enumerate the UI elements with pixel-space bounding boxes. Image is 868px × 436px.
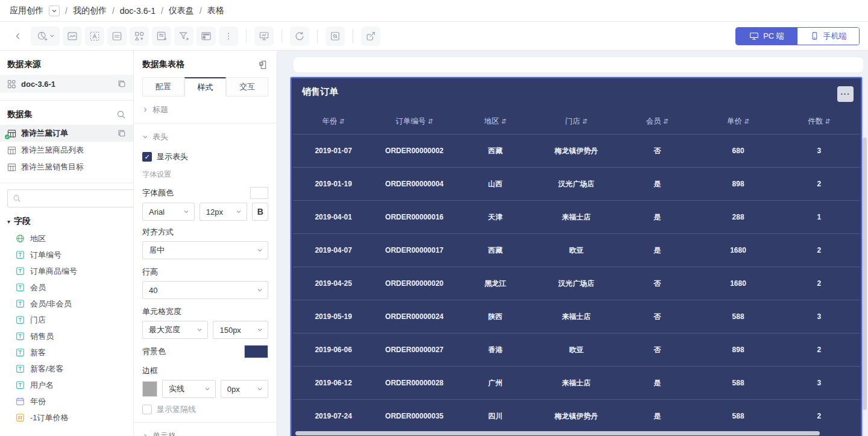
column-header-件数[interactable]: 件数⇵ — [779, 116, 860, 127]
field-item[interactable]: 地区 — [0, 230, 133, 247]
breadcrumb-item[interactable]: 表格 — [207, 5, 224, 16]
sort-icon[interactable]: ⇵ — [501, 118, 506, 125]
dataset-item[interactable]: 雅诗兰黛销售目标 — [0, 159, 133, 175]
field-item[interactable]: 新客 — [0, 344, 133, 361]
add-text-button[interactable] — [85, 27, 104, 46]
cell-width-mode-select[interactable]: 最大宽度 — [142, 321, 208, 339]
sort-icon[interactable]: ⇵ — [339, 118, 345, 125]
show-header-label: 显示表头 — [157, 151, 188, 162]
table-widget[interactable]: 销售订单 ··· 年份⇵订单编号⇵地区⇵门店⇵会员⇵单价⇵件数⇵ 2019-01… — [291, 77, 862, 436]
field-item[interactable]: 用户名 — [0, 377, 133, 393]
column-header-年份[interactable]: 年份⇵ — [293, 116, 374, 127]
column-header-地区[interactable]: 地区⇵ — [455, 116, 536, 127]
sort-icon[interactable]: ⇵ — [582, 118, 587, 125]
search-icon[interactable] — [116, 110, 126, 119]
share-button[interactable] — [361, 27, 380, 46]
table-row[interactable]: 2019-07-24ORDER00000035四川梅龙镇伊势丹是5882 — [293, 399, 860, 432]
vertical-scrollbar[interactable] — [863, 137, 867, 410]
field-item[interactable]: -1订单价格 — [0, 409, 133, 426]
row-height-select[interactable]: 40 — [142, 281, 268, 299]
mobile-view-button[interactable]: 手机端 — [797, 28, 859, 45]
add-web-component-button[interactable] — [197, 27, 216, 46]
field-item[interactable]: 销售员 — [0, 328, 133, 344]
field-item[interactable]: 订单商品编号 — [0, 263, 133, 279]
table-row[interactable]: 2019-05-19ORDER00000024陕西来福士店否5883 — [293, 300, 860, 333]
column-header-单价[interactable]: 单价⇵ — [697, 116, 778, 127]
tab-交互[interactable]: 交互 — [226, 77, 268, 96]
excel-export-icon[interactable] — [258, 60, 268, 70]
field-search-input[interactable] — [25, 194, 131, 203]
border-width-select[interactable]: 0px — [221, 380, 268, 398]
section-header-toggle[interactable]: 表头 — [142, 124, 268, 150]
field-item[interactable]: 会员/非会员 — [0, 295, 133, 312]
table-row[interactable]: 2019-06-12ORDER00000028广州来福士店是5883 — [293, 366, 860, 399]
fields-section-toggle[interactable]: ▾ 字段 — [0, 207, 133, 230]
breadcrumb-item[interactable]: 仪表盘 — [169, 5, 194, 16]
dataset-item[interactable]: 雅诗兰黛商品列表 — [0, 142, 133, 159]
font-family-select[interactable]: Arial — [142, 203, 195, 221]
field-label: 会员 — [30, 282, 46, 293]
border-color-swatch[interactable] — [142, 381, 157, 397]
pc-view-button[interactable]: PC 端 — [736, 28, 797, 45]
border-style-select[interactable]: 实线 — [162, 380, 216, 398]
bold-toggle-button[interactable]: B — [252, 203, 268, 221]
dataset-item[interactable]: 雅诗兰黛订单 — [0, 125, 133, 142]
back-button[interactable] — [8, 27, 28, 46]
table-row[interactable]: 2019-04-01ORDER00000016天津来福士店是2881 — [293, 200, 860, 233]
image-icon — [66, 30, 78, 42]
widget-more-button[interactable]: ··· — [837, 86, 854, 102]
show-vline-checkbox[interactable] — [142, 405, 152, 414]
breadcrumb-item[interactable]: 我的创作 — [73, 5, 107, 16]
add-component-button[interactable] — [130, 27, 149, 46]
table-row[interactable]: 2019-06-06ORDER00000027香港欧亚否8982 — [293, 333, 860, 366]
tab-配置[interactable]: 配置 — [142, 77, 184, 96]
sort-icon[interactable]: ⇵ — [744, 118, 749, 125]
sort-icon[interactable]: ⇵ — [663, 118, 668, 125]
table-row[interactable]: 2019-01-07ORDER00000002西藏梅龙镇伊势丹否6803 — [293, 134, 860, 167]
data-source-item[interactable]: doc-3.6-1 — [0, 75, 133, 93]
breadcrumb-dropdown-button[interactable] — [49, 5, 60, 16]
add-filter-button[interactable] — [174, 27, 193, 46]
add-card-button[interactable] — [107, 27, 127, 46]
more-tools-button[interactable] — [219, 27, 238, 46]
field-item[interactable]: 门店 — [0, 312, 133, 328]
table-row[interactable]: 2019-04-07ORDER00000017西藏欧亚是16802 — [293, 233, 860, 267]
show-vline-checkbox-row[interactable]: 显示竖隔线 — [142, 400, 268, 422]
section-cell-toggle[interactable]: 单元格 — [142, 423, 268, 436]
show-header-checkbox-row[interactable]: ✓ 显示表头 — [142, 150, 268, 167]
section-title-toggle[interactable]: 标题 — [142, 96, 268, 123]
field-search-box[interactable] — [7, 189, 134, 207]
field-item[interactable]: 会员 — [0, 279, 133, 295]
add-image-button[interactable] — [63, 27, 82, 46]
dashboard-canvas[interactable]: 销售订单 ··· 年份⇵订单编号⇵地区⇵门店⇵会员⇵单价⇵件数⇵ 2019-01… — [277, 51, 868, 436]
column-header-会员[interactable]: 会员⇵ — [617, 116, 697, 127]
refresh-button[interactable] — [290, 27, 309, 46]
copy-icon[interactable] — [118, 129, 126, 137]
breadcrumb-root[interactable]: 应用创作 — [10, 5, 43, 16]
add-filter-list-button[interactable] — [152, 27, 171, 46]
table-row[interactable]: 2019-01-19ORDER00000004山西汉光广场店是8982 — [293, 167, 860, 200]
widget-card-partial[interactable] — [294, 57, 863, 72]
add-chart-button[interactable] — [31, 27, 60, 46]
show-header-checkbox[interactable]: ✓ — [142, 152, 152, 162]
column-header-订单编号[interactable]: 订单编号⇵ — [374, 116, 454, 127]
field-item[interactable]: 新客/老客 — [0, 361, 133, 377]
tab-样式[interactable]: 样式 — [184, 77, 227, 96]
horizontal-scrollbar[interactable] — [295, 431, 820, 435]
font-color-swatch[interactable] — [250, 187, 268, 199]
field-item[interactable]: 订单编号 — [0, 247, 133, 263]
column-header-门店[interactable]: 门店⇵ — [536, 116, 617, 127]
sort-icon[interactable]: ⇵ — [427, 118, 433, 125]
preview-button[interactable] — [254, 27, 274, 46]
fullscreen-button[interactable] — [326, 27, 345, 46]
copy-icon[interactable] — [118, 80, 126, 88]
font-size-select[interactable]: 12px — [200, 203, 248, 221]
cell-width-value-select[interactable]: 150px — [213, 321, 268, 339]
breadcrumb-item[interactable]: doc-3.6-1 — [120, 6, 156, 16]
bg-color-swatch[interactable] — [244, 345, 268, 358]
shapes-icon — [133, 30, 145, 42]
table-row[interactable]: 2019-04-25ORDER00000020黑龙江汉光广场店否16802 — [293, 267, 860, 300]
sort-icon[interactable]: ⇵ — [825, 118, 830, 125]
field-item[interactable]: 年份 — [0, 393, 133, 409]
align-select[interactable]: 居中 — [142, 241, 268, 259]
